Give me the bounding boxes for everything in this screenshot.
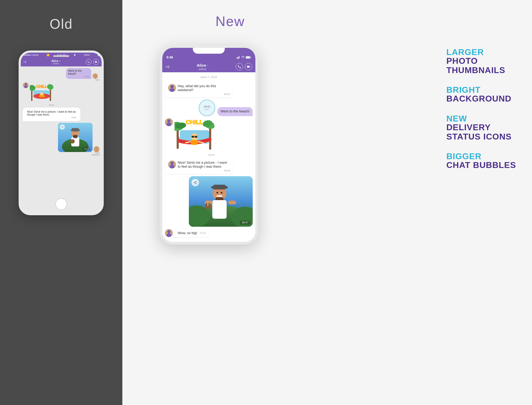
svg-point-25	[95, 147, 98, 150]
svg-point-24	[70, 139, 75, 144]
features-list: LARGER PHOTOTHUMBNAILS BRIGHT BACKGROUND…	[446, 48, 516, 170]
old-bt-icon: ✱	[74, 54, 76, 56]
old-photo-row: ↪ 09:47 Seen Delivered	[58, 123, 99, 156]
new-alice-avatar-hey	[168, 84, 176, 92]
svg-point-3	[24, 85, 27, 88]
svg-rect-32	[246, 57, 250, 58]
new-status-bar: 9:48	[162, 48, 255, 61]
svg-point-58	[171, 162, 174, 165]
feature3-highlight: NEW	[446, 114, 516, 123]
feature3-main: DELIVERYSTATUS ICONS	[446, 123, 516, 141]
old-photo-bubble: ↪ 09:47	[58, 123, 93, 152]
svg-point-67	[217, 192, 218, 193]
old-call-icon[interactable]	[86, 59, 92, 65]
old-photo-delivered: Delivered	[92, 154, 99, 156]
old-forward-icon[interactable]: ↪	[60, 124, 65, 130]
left-panel: Old ●●●●● Carrier 📶 9:48 AM ✱ 100% ▮ ‹ 6	[0, 0, 122, 405]
old-seen-label: Seen	[95, 79, 99, 81]
svg-rect-30	[239, 56, 239, 59]
old-status-bar: ●●●●● Carrier 📶 9:48 AM ✱ 100% ▮	[21, 53, 102, 57]
new-alice-avatar-sticker	[165, 118, 173, 126]
svg-point-76	[167, 230, 171, 233]
new-call-icon[interactable]	[236, 63, 243, 70]
new-battery-icon	[246, 56, 251, 59]
new-photo-time: 09:47	[240, 221, 250, 225]
old-sent-text-beach: Went to the beach!	[68, 69, 82, 75]
feature2-main: BACKGROUND	[446, 94, 516, 103]
phone-new: 9:48 ‹ 6 Alice ˅ online	[160, 45, 258, 244]
new-received-text-picture: Nice! Send me a picture - I want to feel…	[178, 161, 230, 168]
new-sent-bubble-beach: Went to the beach!	[217, 107, 253, 116]
svg-point-68	[221, 192, 222, 193]
svg-point-5	[26, 84, 27, 84]
new-screen: 9:48 ‹ 6 Alice ˅ online	[162, 48, 255, 242]
svg-rect-54	[191, 140, 198, 145]
svg-point-2	[25, 83, 27, 85]
old-video-icon[interactable]	[93, 59, 99, 65]
svg-point-0	[94, 74, 97, 77]
new-received-text-hey: Hey, what did you do this weekend?	[178, 84, 230, 92]
new-back-button[interactable]: ‹ 6	[165, 64, 169, 69]
new-video-icon[interactable]	[245, 63, 252, 70]
old-nav-icons	[86, 59, 99, 65]
svg-rect-75	[207, 202, 208, 206]
svg-point-39	[167, 123, 171, 126]
svg-point-4	[25, 84, 26, 84]
old-alice-avatar	[23, 82, 29, 88]
svg-rect-66	[213, 185, 226, 189]
feature1-main: PHOTOTHUMBNAILS	[446, 56, 516, 75]
new-sent-text-beach: Went to the beach!	[221, 109, 250, 113]
new-chat-area: April 7, 2018 Hey, what did you do this …	[162, 72, 255, 242]
new-nav-bar: ‹ 6 Alice ˅ online	[162, 61, 255, 72]
new-delivery-circle: 09:43 ✓✓	[199, 100, 215, 116]
new-title: New	[215, 13, 245, 29]
new-alice-avatar-wow	[165, 229, 173, 237]
new-wifi-icon	[241, 56, 245, 59]
new-share-icon[interactable]	[192, 179, 199, 186]
phone-old: ●●●●● Carrier 📶 9:48 AM ✱ 100% ▮ ‹ 6 Ali…	[19, 50, 104, 215]
new-sticker: CHILL	[174, 118, 214, 153]
old-contact-title: Alice > Online	[26, 59, 86, 65]
svg-point-26	[94, 149, 99, 152]
svg-point-37	[173, 86, 173, 87]
old-msg-sent-beach: Went to the beach! 09:43 Seen	[66, 68, 99, 81]
svg-point-77	[167, 233, 171, 237]
old-photo-time: 09:47	[83, 147, 90, 150]
svg-rect-27	[236, 58, 237, 59]
old-received-text: Nice! Send me a picture- I want to feel …	[27, 110, 76, 116]
old-title: Old	[50, 16, 73, 32]
svg-rect-73	[228, 201, 236, 204]
new-date-divider: April 7, 2018	[165, 75, 253, 79]
old-chat-area: Went to the beach! 09:43 Seen	[21, 66, 102, 213]
svg-point-34	[171, 85, 174, 88]
right-panel: New 9:48 ‹ 6 Alice	[122, 0, 532, 405]
svg-text:CHILL: CHILL	[186, 119, 203, 125]
old-photo-seen: Seen	[95, 152, 99, 154]
old-screen: ●●●●● Carrier 📶 9:48 AM ✱ 100% ▮ ‹ 6 Ali…	[21, 53, 102, 213]
old-sticker: CHILL	[30, 82, 54, 104]
old-back-button[interactable]: ‹ 6	[23, 61, 26, 64]
svg-point-1	[93, 77, 98, 79]
feature1-highlight: LARGER	[446, 48, 516, 56]
feature4-main: CHAT BUBBLES	[446, 161, 516, 170]
feature-chat-bubbles: BIGGER CHAT BUBBLES	[446, 152, 516, 170]
svg-point-35	[170, 88, 174, 92]
old-home-button[interactable]	[55, 198, 67, 210]
old-sent-avatar	[92, 73, 98, 79]
old-battery-icon: ▮	[98, 54, 99, 56]
feature-photo-thumbnails: LARGER PHOTOTHUMBNAILS	[446, 48, 516, 75]
svg-text:CHILL: CHILL	[36, 84, 47, 88]
svg-rect-33	[251, 57, 251, 58]
old-chill-sticker: CHILL	[30, 82, 54, 104]
svg-rect-10	[50, 88, 51, 101]
old-sent-bubble-beach: Went to the beach! 09:43	[66, 68, 91, 79]
svg-rect-52	[195, 136, 197, 138]
svg-rect-45	[209, 126, 211, 150]
old-sticker-row: CHILL 09:45	[23, 82, 99, 106]
new-msg-received-picture: Nice! Send me a picture - I want to feel…	[165, 158, 233, 174]
new-photo-bubble: 09:47	[189, 176, 253, 227]
new-wow-time: 09:48	[200, 232, 206, 234]
new-wow-text: Wow, so big!	[178, 231, 197, 235]
new-wow-row: Wow, so big! 09:48	[165, 229, 209, 237]
new-chill-sticker: CHILL	[174, 118, 214, 153]
